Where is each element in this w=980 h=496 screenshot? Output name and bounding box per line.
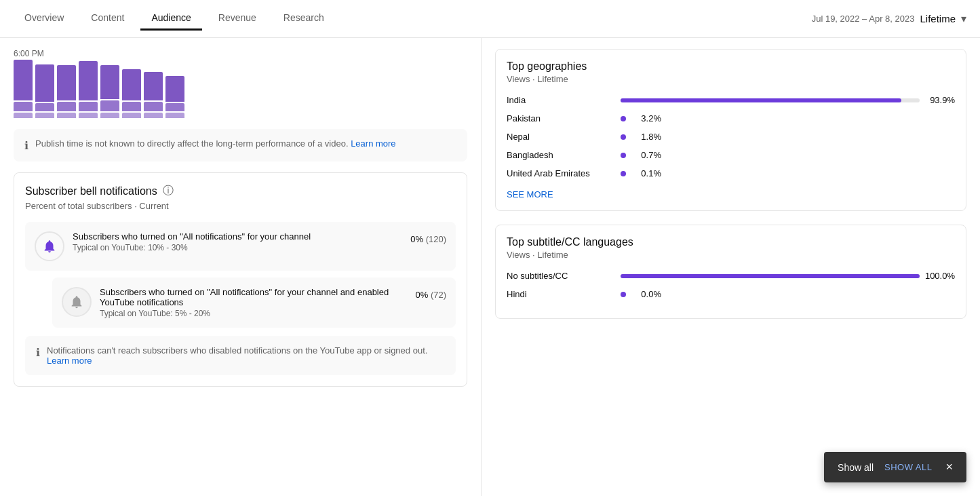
- bar-seg: [122, 113, 141, 118]
- geo-row-nepal: Nepal 1.8%: [507, 132, 955, 142]
- notif-typical-1: Typical on YouTube: 10% - 30%: [73, 243, 402, 252]
- publish-time-text: Publish time is not known to directly af…: [35, 138, 396, 149]
- publish-time-info: ℹ Publish time is not known to directly …: [14, 129, 467, 161]
- tab-revenue[interactable]: Revenue: [208, 7, 267, 31]
- period-label: Lifetime: [920, 13, 956, 24]
- bar-seg: [35, 103, 54, 111]
- subtitle-card-title: Top subtitle/CC languages: [507, 236, 955, 248]
- geo-bar-india: [621, 98, 920, 102]
- geo-dot-hindi: [621, 292, 626, 297]
- bar-seg: [165, 113, 184, 118]
- geo-row-bangladesh: Bangladesh 0.7%: [507, 150, 955, 160]
- top-subtitles-card: Top subtitle/CC languages Views · Lifeti…: [495, 225, 966, 319]
- geo-name-pakistan: Pakistan: [507, 113, 615, 123]
- tab-overview[interactable]: Overview: [14, 7, 75, 31]
- chevron-down-icon: ▾: [961, 12, 966, 25]
- tab-research[interactable]: Research: [273, 7, 335, 31]
- notif-stat-1: 0% (120): [410, 234, 446, 244]
- see-more-geo-link[interactable]: SEE MORE: [507, 189, 553, 199]
- geo-row-uae: United Arab Emirates 0.1%: [507, 168, 955, 178]
- bell-icon-wrap-2: [62, 287, 92, 317]
- subtitle-name-none: No subtitles/CC: [507, 271, 615, 281]
- snackbar: Show all Show all ×: [824, 452, 966, 482]
- tab-content[interactable]: Content: [80, 7, 135, 31]
- section-subtitle: Percent of total subscribers · Current: [25, 201, 456, 211]
- subtitle-bar-fill-none: [621, 274, 920, 278]
- notif-stat-2: 0% (72): [415, 290, 446, 300]
- bar-seg: [14, 60, 33, 100]
- tooltip-icon[interactable]: ⓘ: [163, 184, 174, 198]
- subtitle-row-hindi: Hindi 0.0%: [507, 289, 955, 299]
- bell-muted-icon: [69, 294, 84, 309]
- time-label: 6:00 PM: [14, 49, 467, 58]
- notif-content-1: Subscribers who turned on "All notificat…: [73, 231, 402, 252]
- main-layout: 6:00 PM: [0, 38, 980, 496]
- bar-seg: [57, 102, 76, 111]
- geo-card-title: Top geographies: [507, 60, 955, 73]
- bar-group-3: [57, 65, 76, 118]
- bar-seg: [122, 69, 141, 100]
- info-icon: ℹ: [24, 139, 28, 152]
- geo-row-pakistan: Pakistan 3.2%: [507, 113, 955, 123]
- subtitle-card-subtitle: Views · Lifetime: [507, 250, 955, 260]
- geo-name-uae: United Arab Emirates: [507, 168, 615, 178]
- tab-audience[interactable]: Audience: [140, 7, 201, 31]
- geo-dot-pakistan: [621, 116, 626, 121]
- bar-group-8: [165, 76, 184, 118]
- top-nav: Overview Content Audience Revenue Resear…: [0, 0, 980, 38]
- geo-dot-bangladesh: [621, 153, 626, 158]
- show-all-button[interactable]: Show all: [884, 462, 932, 472]
- notif-label-2: Subscribers who turned on "All notificat…: [100, 287, 407, 307]
- date-range-selector[interactable]: Jul 19, 2022 – Apr 8, 2023 Lifetime ▾: [812, 12, 966, 25]
- bar-group-7: [144, 72, 163, 118]
- bar-seg: [100, 100, 119, 111]
- notif-info-box: ℹ Notifications can't reach subscribers …: [25, 336, 456, 375]
- geo-pct-bangladesh: 0.7%: [631, 150, 661, 160]
- info-icon-2: ℹ: [36, 346, 40, 359]
- geo-pct-nepal: 1.8%: [631, 132, 661, 142]
- notif-label-1: Subscribers who turned on "All notificat…: [73, 231, 402, 242]
- snackbar-close-button[interactable]: ×: [945, 460, 953, 474]
- bell-icon-wrap-1: [35, 231, 64, 261]
- geo-pct-pakistan: 3.2%: [631, 113, 661, 123]
- geo-name-bangladesh: Bangladesh: [507, 150, 615, 160]
- subtitle-pct-hindi: 0.0%: [631, 289, 661, 299]
- right-panel: Top geographies Views · Lifetime India 9…: [482, 38, 980, 496]
- subtitle-name-hindi: Hindi: [507, 289, 615, 299]
- bar-seg: [122, 102, 141, 111]
- bar-group-2: [35, 64, 54, 118]
- left-panel: 6:00 PM: [0, 38, 482, 496]
- bar-seg: [35, 113, 54, 118]
- bar-seg: [100, 113, 119, 118]
- geo-name-nepal: Nepal: [507, 132, 615, 142]
- subtitle-bar-none: [621, 274, 920, 278]
- snackbar-label: Show all: [838, 462, 874, 473]
- bar-seg: [79, 113, 98, 118]
- notif-typical-2: Typical on YouTube: 5% - 20%: [100, 309, 407, 318]
- bar-seg: [35, 64, 54, 102]
- notif-info-text: Notifications can't reach subscribers wh…: [47, 345, 445, 366]
- section-title: Subscriber bell notifications: [25, 185, 157, 197]
- geo-pct-uae: 0.1%: [631, 168, 661, 178]
- learn-more-link-1[interactable]: Learn more: [351, 138, 395, 149]
- bar-seg: [57, 65, 76, 100]
- notif-content-2: Subscribers who turned on "All notificat…: [100, 287, 407, 318]
- date-range-text: Jul 19, 2022 – Apr 8, 2023: [812, 14, 915, 24]
- geo-dot-uae: [621, 171, 626, 176]
- notif-item-all-enabled: Subscribers who turned on "All notificat…: [52, 278, 456, 328]
- section-header: Subscriber bell notifications ⓘ: [25, 184, 456, 198]
- geo-pct-india: 93.9%: [925, 95, 955, 105]
- top-geographies-card: Top geographies Views · Lifetime India 9…: [495, 49, 966, 211]
- bar-seg: [57, 113, 76, 118]
- bar-seg: [14, 113, 33, 118]
- geo-row-india: India 93.9%: [507, 95, 955, 105]
- bar-seg: [165, 103, 184, 111]
- bar-seg: [144, 72, 163, 100]
- bar-seg: [144, 102, 163, 111]
- bar-seg: [79, 102, 98, 111]
- bar-group-4: [79, 61, 98, 118]
- bar-seg: [144, 113, 163, 118]
- learn-more-link-2[interactable]: Learn more: [47, 356, 92, 366]
- bar-seg: [100, 65, 119, 99]
- bar-group-5: [100, 65, 119, 118]
